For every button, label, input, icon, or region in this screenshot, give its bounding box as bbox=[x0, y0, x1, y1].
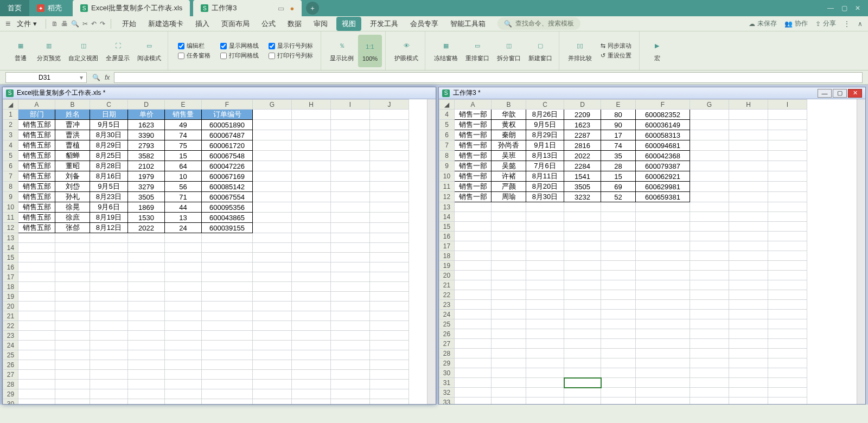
cell[interactable] bbox=[636, 358, 690, 368]
cell[interactable] bbox=[455, 222, 492, 232]
cell[interactable] bbox=[729, 151, 768, 161]
cell[interactable] bbox=[690, 241, 729, 251]
cell[interactable] bbox=[690, 349, 729, 358]
cell[interactable]: 曹冲 bbox=[55, 120, 90, 130]
cell[interactable] bbox=[690, 388, 729, 398]
cell[interactable] bbox=[690, 232, 729, 241]
cell[interactable] bbox=[18, 233, 55, 243]
cell[interactable] bbox=[202, 331, 253, 341]
col-header[interactable]: B bbox=[55, 100, 90, 110]
cell[interactable] bbox=[729, 398, 768, 405]
cell[interactable]: 吴班 bbox=[492, 151, 526, 161]
cell[interactable] bbox=[370, 140, 409, 151]
cell[interactable] bbox=[128, 341, 165, 350]
cell[interactable] bbox=[601, 378, 636, 388]
cell[interactable] bbox=[331, 350, 370, 360]
cell[interactable] bbox=[331, 151, 370, 161]
cell[interactable] bbox=[370, 110, 409, 120]
cell[interactable] bbox=[370, 130, 409, 140]
cell[interactable] bbox=[492, 212, 526, 222]
cell[interactable] bbox=[636, 212, 690, 222]
cell[interactable] bbox=[526, 202, 564, 212]
cell[interactable] bbox=[55, 243, 90, 253]
grid-right[interactable]: ◢ABCDEFGHI4销售一部华歆8月26日2209806000823525销售… bbox=[439, 99, 807, 404]
cell[interactable] bbox=[564, 290, 601, 300]
cell[interactable] bbox=[729, 202, 768, 212]
cell[interactable]: 600079387 bbox=[636, 161, 690, 171]
row-header[interactable]: 11 bbox=[439, 182, 455, 192]
cell[interactable] bbox=[128, 399, 165, 405]
cell[interactable] bbox=[370, 161, 409, 171]
cell[interactable]: 销售量 bbox=[165, 110, 202, 120]
cell[interactable] bbox=[292, 140, 331, 151]
menu-tab-4[interactable]: 公式 bbox=[258, 17, 279, 31]
cell[interactable] bbox=[55, 350, 90, 360]
cell[interactable] bbox=[492, 398, 526, 405]
cell[interactable] bbox=[768, 161, 807, 171]
cell[interactable] bbox=[601, 300, 636, 310]
cell[interactable] bbox=[202, 243, 253, 253]
cell[interactable]: 张郃 bbox=[55, 223, 90, 233]
cell[interactable] bbox=[128, 380, 165, 389]
cell[interactable] bbox=[636, 368, 690, 378]
cell[interactable] bbox=[18, 350, 55, 360]
tab-dake[interactable]: ✦ 稻壳 bbox=[29, 0, 69, 16]
cell[interactable] bbox=[636, 202, 690, 212]
cell[interactable] bbox=[55, 262, 90, 272]
cell[interactable] bbox=[370, 321, 409, 331]
cell[interactable]: 600085142 bbox=[202, 182, 253, 192]
cell[interactable] bbox=[253, 331, 292, 341]
cell[interactable]: 600047226 bbox=[202, 161, 253, 171]
cell[interactable]: 秦朗 bbox=[492, 130, 526, 140]
save-status[interactable]: ☁ 未保存 bbox=[749, 19, 777, 28]
new-tab-button[interactable]: ＋ bbox=[306, 2, 319, 15]
cell[interactable] bbox=[90, 292, 128, 302]
cell[interactable] bbox=[202, 389, 253, 399]
cell[interactable] bbox=[370, 213, 409, 223]
cell[interactable] bbox=[455, 251, 492, 261]
tab-file-2[interactable]: S 工作簿3 ▭ ● bbox=[193, 0, 302, 16]
col-header[interactable]: F bbox=[202, 100, 253, 110]
cell[interactable]: 74 bbox=[165, 130, 202, 140]
cell[interactable]: 600062921 bbox=[636, 171, 690, 182]
cell[interactable]: 69 bbox=[601, 182, 636, 192]
cell[interactable] bbox=[55, 389, 90, 399]
cell[interactable]: 2287 bbox=[564, 130, 601, 140]
row-header[interactable]: 28 bbox=[439, 349, 455, 358]
cell[interactable] bbox=[165, 302, 202, 311]
cell[interactable]: 销售五部 bbox=[18, 171, 55, 182]
cell[interactable] bbox=[202, 262, 253, 272]
cell[interactable] bbox=[768, 140, 807, 151]
cell[interactable]: 订单编号 bbox=[202, 110, 253, 120]
row-header[interactable]: 2 bbox=[3, 120, 18, 130]
cell[interactable] bbox=[18, 302, 55, 311]
cell[interactable] bbox=[202, 233, 253, 243]
cell[interactable] bbox=[768, 261, 807, 271]
cell[interactable] bbox=[253, 182, 292, 192]
cell[interactable]: 2793 bbox=[128, 140, 165, 151]
cell[interactable] bbox=[601, 349, 636, 358]
check-editbar[interactable]: 编辑栏 bbox=[178, 42, 210, 50]
cell[interactable] bbox=[165, 350, 202, 360]
cell[interactable] bbox=[455, 280, 492, 290]
cell[interactable] bbox=[690, 212, 729, 222]
cell[interactable] bbox=[253, 302, 292, 311]
row-header[interactable]: 14 bbox=[3, 243, 18, 253]
cell[interactable] bbox=[729, 339, 768, 349]
cell[interactable] bbox=[253, 161, 292, 171]
cell[interactable] bbox=[636, 241, 690, 251]
cell[interactable] bbox=[128, 311, 165, 321]
cell[interactable] bbox=[253, 360, 292, 370]
cell[interactable] bbox=[768, 290, 807, 300]
cell[interactable] bbox=[729, 310, 768, 319]
cell[interactable] bbox=[370, 282, 409, 292]
cell[interactable] bbox=[768, 251, 807, 261]
cell[interactable] bbox=[636, 310, 690, 319]
cell[interactable] bbox=[492, 319, 526, 329]
cell[interactable] bbox=[601, 280, 636, 290]
cell[interactable] bbox=[90, 302, 128, 311]
row-header[interactable]: 17 bbox=[439, 241, 455, 251]
cell[interactable]: 销售五部 bbox=[18, 140, 55, 151]
row-header[interactable]: 6 bbox=[3, 161, 18, 171]
cell[interactable]: 销售一部 bbox=[455, 161, 492, 171]
